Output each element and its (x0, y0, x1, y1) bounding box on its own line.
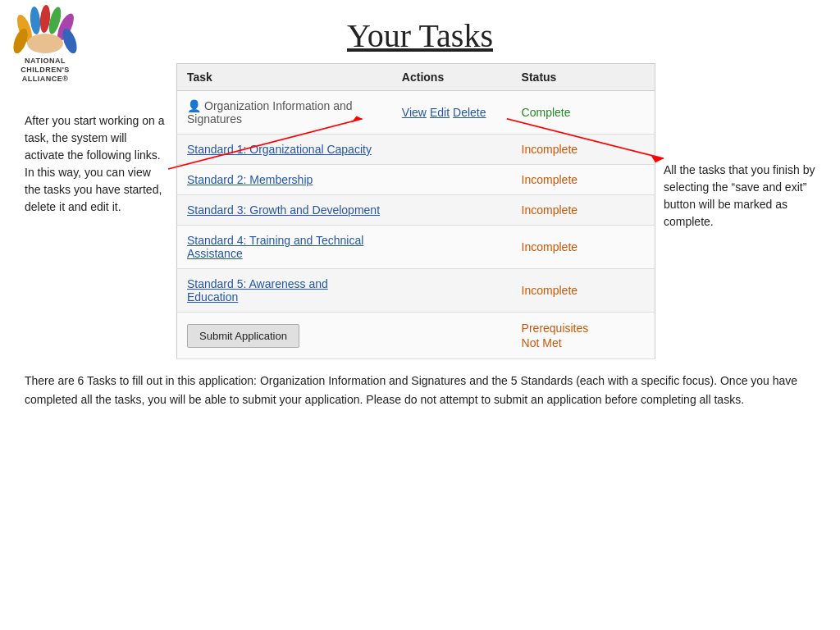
status-badge: Incomplete (522, 143, 578, 156)
status-badge: Complete (522, 106, 571, 119)
task-name: Organization Information and Signatures (187, 99, 353, 126)
status-cell: Incomplete (512, 165, 655, 195)
table-row: Submit ApplicationPrerequisitesNot Met (177, 313, 655, 359)
actions-cell (392, 313, 512, 359)
actions-cell (392, 135, 512, 165)
col-header-status: Status (512, 64, 655, 91)
status-cell: Incomplete (512, 226, 655, 269)
status-cell: Incomplete (512, 269, 655, 313)
status-cell: Incomplete (512, 195, 655, 226)
right-sidebar-text: All the tasks that you finish by selecti… (664, 63, 824, 231)
main-layout: After you start working on a task, the s… (16, 63, 824, 359)
table-row: Standard 4: Training and Technical Assis… (177, 226, 655, 269)
bottom-text: There are 6 Tasks to fill out in this ap… (16, 372, 824, 409)
table-row: Standard 5: Awareness and EducationIncom… (177, 269, 655, 313)
task-link[interactable]: Standard 4: Training and Technical Assis… (187, 234, 363, 260)
table-row: Standard 1: Organizational CapacityIncom… (177, 135, 655, 165)
task-link[interactable]: Standard 2: Membership (187, 173, 313, 186)
tasks-table: Task Actions Status 👤Organization Inform… (176, 63, 655, 359)
status-badge: Incomplete (522, 203, 578, 217)
action-edit-link[interactable]: Edit (430, 106, 450, 119)
status-cell: Complete (512, 91, 655, 135)
actions-cell (392, 226, 512, 269)
status-badge: PrerequisitesNot Met (522, 322, 589, 349)
table-row: 👤Organization Information and Signatures… (177, 91, 655, 135)
task-link[interactable]: Standard 5: Awareness and Education (187, 277, 328, 304)
action-view-link[interactable]: View (402, 106, 427, 119)
center-area: Task Actions Status 👤Organization Inform… (168, 63, 664, 359)
col-header-task: Task (177, 64, 392, 91)
table-header-row: Task Actions Status (177, 64, 655, 91)
task-link[interactable]: Standard 1: Organizational Capacity (187, 143, 372, 156)
left-sidebar-text: After you start working on a task, the s… (16, 63, 168, 216)
status-badge: Incomplete (522, 284, 578, 297)
page-title: Your Tasks (347, 16, 493, 55)
table-row: Standard 2: MembershipIncomplete (177, 165, 655, 195)
action-delete-link[interactable]: Delete (453, 106, 486, 119)
header: Your Tasks (16, 8, 824, 55)
actions-cell (392, 195, 512, 226)
person-icon: 👤 (187, 99, 201, 112)
table-row: Standard 3: Growth and DevelopmentIncomp… (177, 195, 655, 226)
status-cell: Incomplete (512, 135, 655, 165)
actions-cell (392, 165, 512, 195)
col-header-actions: Actions (392, 64, 512, 91)
actions-cell: ViewEditDelete (392, 91, 512, 135)
page-wrapper: NATIONALCHILDREN'SALLIANCE® Your Tasks A… (0, 0, 840, 630)
status-cell: PrerequisitesNot Met (512, 313, 655, 359)
status-badge: Incomplete (522, 173, 578, 186)
actions-cell (392, 269, 512, 313)
submit-application-button[interactable]: Submit Application (187, 324, 299, 348)
status-badge: Incomplete (522, 240, 578, 253)
logo-text: NATIONALCHILDREN'SALLIANCE® (4, 57, 86, 83)
task-link[interactable]: Standard 3: Growth and Development (187, 203, 380, 217)
